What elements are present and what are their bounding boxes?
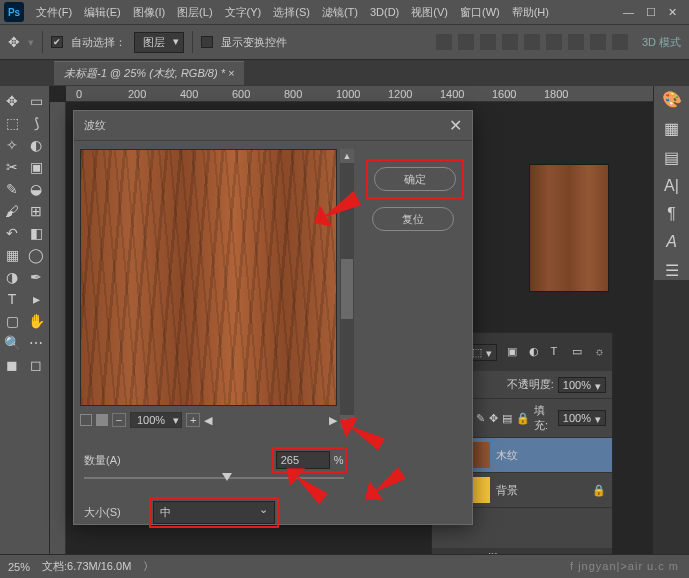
filter-icon[interactable]: ▭ [572,345,584,359]
swatches-panel-icon[interactable]: ▦ [664,119,679,138]
blur-tool[interactable]: ◯ [24,244,48,266]
menu-layer[interactable]: 图层(L) [171,5,218,20]
align-icon[interactable] [480,34,496,50]
artboard-tool[interactable]: ▭ [24,90,48,112]
background-color[interactable]: ◻ [24,354,48,376]
history-brush-tool[interactable]: ↶ [0,222,24,244]
clone-stamp-tool[interactable]: ⊞ [24,200,48,222]
gradient-tool[interactable]: ▦ [0,244,24,266]
edit-toolbar[interactable]: ⋯ [24,332,48,354]
ruler-horizontal: 020040060080010001200140016001800 [66,86,653,102]
auto-select-target[interactable]: 图层 [134,32,184,53]
align-icon[interactable] [612,34,628,50]
align-icon[interactable] [436,34,452,50]
lasso-tool[interactable]: ⟆ [24,112,48,134]
ripple-preview [80,149,337,406]
document-tab-bar: 未标题-1 @ 25% (木纹, RGB/8) * × [0,60,689,86]
hand-tool[interactable]: ✋ [24,310,48,332]
pen-tool[interactable]: ✒ [24,266,48,288]
lock-icon[interactable]: 🔒 [516,412,530,425]
glyphs-panel-icon[interactable]: A [666,233,677,251]
zoom-tool[interactable]: 🔍 [0,332,24,354]
window-minimize-icon[interactable]: — [623,6,634,19]
menu-edit[interactable]: 编辑(E) [78,5,127,20]
zoom-select[interactable]: 100% [130,412,182,428]
size-select[interactable]: 中 [153,501,275,524]
align-icon[interactable] [546,34,562,50]
zoom-level[interactable]: 25% [8,561,30,573]
align-icon[interactable] [502,34,518,50]
nav-left-icon[interactable]: ◀ [204,414,212,427]
menu-filter[interactable]: 滤镜(T) [316,5,364,20]
size-label: 大小(S) [84,505,121,520]
show-transform-label: 显示变换控件 [221,35,287,50]
amount-label: 数量(A) [84,453,121,468]
document-tab[interactable]: 未标题-1 @ 25% (木纹, RGB/8) * × [54,61,244,85]
menu-window[interactable]: 窗口(W) [454,5,506,20]
lock-icon: 🔒 [592,484,606,497]
preview-toggle[interactable] [80,414,92,426]
path-select-tool[interactable]: ▸ [24,288,48,310]
fill-input[interactable]: 100% [558,410,606,426]
magic-wand-tool[interactable]: ✧ [0,134,24,156]
filter-icon[interactable]: ▣ [507,345,519,359]
foreground-color[interactable]: ◼ [0,354,24,376]
dodge-tool[interactable]: ◑ [0,266,24,288]
rectangle-tool[interactable]: ▢ [0,310,24,332]
tab-close-icon[interactable]: × [228,67,234,79]
filter-icon[interactable]: T [550,345,562,359]
align-icon[interactable] [568,34,584,50]
menu-help[interactable]: 帮助(H) [506,5,555,20]
auto-select-checkbox[interactable]: ✔ [51,36,63,48]
align-icon[interactable] [524,34,540,50]
reset-button[interactable]: 复位 [372,207,454,231]
options-bar: ✥ ▾ ✔ 自动选择： 图层 显示变换控件 3D 模式 [0,24,689,60]
dialog-close-icon[interactable]: ✕ [449,116,462,135]
menu-3d[interactable]: 3D(D) [364,6,405,18]
window-maximize-icon[interactable]: ☐ [646,6,656,19]
filter-icon[interactable]: ☼ [594,345,606,359]
align-icons [436,34,628,50]
zoom-out-button[interactable]: − [112,413,126,427]
properties-panel-icon[interactable]: ☰ [665,261,679,280]
auto-select-label: 自动选择： [71,35,126,50]
paragraph-panel-icon[interactable]: ¶ [667,205,676,223]
move-tool[interactable]: ✥ [0,90,24,112]
preview-toggle[interactable] [96,414,108,426]
menu-type[interactable]: 文字(Y) [219,5,268,20]
opacity-input[interactable]: 100% [558,377,606,393]
lock-icon[interactable]: ✎ [476,412,485,425]
lock-icon[interactable]: ▤ [502,412,512,425]
filter-icon[interactable]: ◐ [529,345,541,359]
marquee-tool[interactable]: ⬚ [0,112,24,134]
type-tool[interactable]: T [0,288,24,310]
canvas-image [529,164,609,292]
align-icon[interactable] [458,34,474,50]
spot-heal-tool[interactable]: ◒ [24,178,48,200]
zoom-in-button[interactable]: + [186,413,200,427]
crop-tool[interactable]: ✂ [0,156,24,178]
quick-select-tool[interactable]: ◐ [24,134,48,156]
menu-file[interactable]: 文件(F) [30,5,78,20]
ok-button[interactable]: 确定 [374,167,456,191]
libraries-panel-icon[interactable]: ▤ [664,148,679,167]
color-panel-icon[interactable]: 🎨 [662,90,682,109]
nav-right-icon[interactable]: ▶ [329,414,337,427]
layer-name: 背景 [496,483,518,498]
character-panel-icon[interactable]: A| [664,177,679,195]
show-transform-checkbox[interactable] [201,36,213,48]
menu-image[interactable]: 图像(I) [127,5,171,20]
amount-unit: % [334,454,344,466]
menu-view[interactable]: 视图(V) [405,5,454,20]
eraser-tool[interactable]: ◧ [24,222,48,244]
menu-bar: Ps 文件(F) 编辑(E) 图像(I) 图层(L) 文字(Y) 选择(S) 滤… [0,0,689,24]
frame-tool[interactable]: ▣ [24,156,48,178]
3d-mode-label: 3D 模式 [642,35,681,50]
menu-select[interactable]: 选择(S) [267,5,316,20]
ripple-dialog: 波纹 ✕ ▲▼ − 100% + ◀ ▶ 确定 复位 数量(A) % 大小(S)… [73,110,473,525]
window-close-icon[interactable]: ✕ [668,6,677,19]
eyedropper-tool[interactable]: ✎ [0,178,24,200]
align-icon[interactable] [590,34,606,50]
lock-icon[interactable]: ✥ [489,412,498,425]
brush-tool[interactable]: 🖌 [0,200,24,222]
